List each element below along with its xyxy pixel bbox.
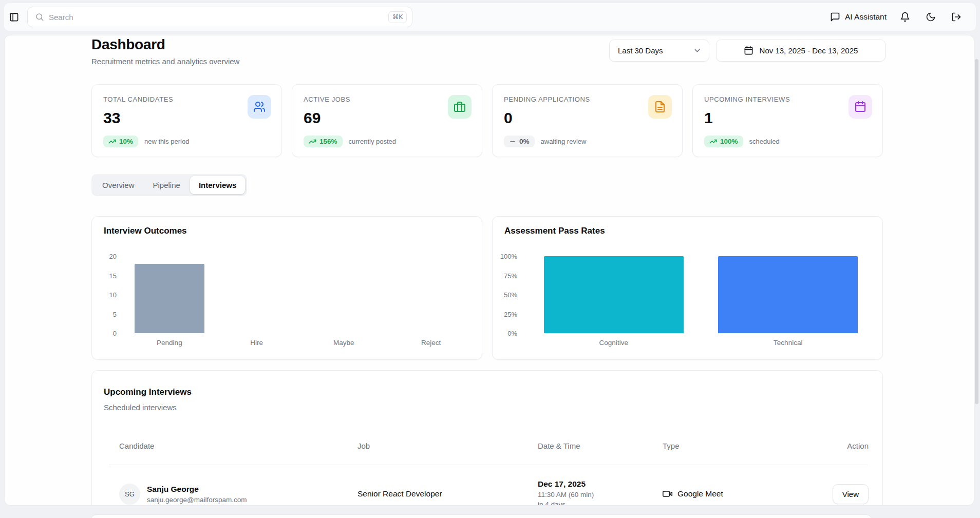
column-header-date-time: Date & Time (538, 442, 663, 450)
datetime-cell: Dec 17, 202511:30 AM (60 min)in 4 days (538, 479, 663, 506)
x-axis-label: Pending (126, 339, 213, 347)
stat-caption: awaiting review (541, 138, 587, 145)
minus-icon (509, 138, 516, 145)
stat-label: PENDING APPLICATIONS (504, 95, 671, 103)
category-band (213, 256, 300, 333)
trend-badge: 10% (103, 136, 138, 147)
tab-pipeline[interactable]: Pipeline (144, 176, 189, 194)
interview-relative-time: in 4 days (538, 501, 663, 506)
job-cell: Senior React Developer (357, 489, 538, 498)
y-axis-tick: 100% (500, 253, 517, 260)
view-button[interactable]: View (833, 484, 869, 504)
sidebar-toggle-icon (9, 12, 19, 22)
chart-title: Assessment Pass Rates (504, 226, 605, 236)
chart-plot: 0%25%50%75%100% (493, 256, 875, 333)
top-bar: ⌘K AI Assistant (4, 3, 976, 31)
table-header-row: CandidateJobDate & TimeTypeAction (92, 442, 882, 450)
y-axis-tick: 20 (109, 253, 117, 260)
logout-button[interactable] (949, 10, 964, 24)
dark-mode-toggle[interactable] (924, 10, 938, 24)
y-axis-tick: 75% (504, 272, 517, 279)
stat-label: ACTIVE JOBS (304, 95, 470, 103)
category-band (300, 256, 388, 333)
stat-label: UPCOMING INTERVIEWS (704, 95, 871, 103)
interview-time: 11:30 AM (60 min) (538, 491, 663, 498)
stat-footer: 156%currently posted (304, 136, 396, 147)
category-band (126, 256, 213, 333)
stat-card: PENDING APPLICATIONS00%awaiting review (492, 84, 683, 157)
video-camera-icon (663, 489, 673, 499)
x-axis-label: Reject (387, 339, 475, 347)
header-controls: Last 30 Days Nov 13, 2025 - Dec 13, 2025 (609, 40, 885, 62)
trending-up-icon (309, 138, 316, 145)
chat-bubble-icon (830, 12, 840, 22)
candidate-email: sanju.george@mailforspam.com (147, 496, 247, 504)
date-range-select[interactable]: Last 30 Days (609, 40, 709, 62)
trend-badge: 156% (304, 136, 343, 147)
ai-assistant-label: AI Assistant (845, 12, 887, 22)
stat-label: TOTAL CANDIDATES (103, 95, 270, 103)
y-axis-tick: 50% (504, 291, 517, 299)
stat-cards-row: TOTAL CANDIDATES3310%new this periodACTI… (91, 84, 883, 157)
sidebar-toggle-button[interactable] (7, 10, 21, 24)
charts-row: Interview Outcomes05101520PendingHireMay… (91, 216, 883, 360)
column-header-candidate: Candidate (119, 442, 357, 450)
x-axis-label: Maybe (300, 339, 388, 347)
plot-area (526, 256, 875, 333)
briefcase-icon (448, 95, 472, 119)
upcoming-interviews-title: Upcoming Interviews (104, 387, 192, 397)
trend-value: 100% (720, 138, 738, 145)
x-axis-label: Technical (701, 339, 876, 347)
trending-up-icon (108, 138, 116, 145)
interview-outcomes-chart-card: Interview Outcomes05101520PendingHireMay… (91, 216, 482, 360)
y-axis-tick: 5 (113, 310, 117, 318)
ai-assistant-button[interactable]: AI Assistant (830, 12, 887, 22)
stat-caption: scheduled (749, 138, 780, 145)
trend-value: 156% (319, 138, 337, 145)
x-axis-labels: CognitiveTechnical (526, 339, 875, 347)
search-shortcut-badge: ⌘K (388, 11, 407, 23)
plot-area (126, 256, 475, 333)
action-cell: View (822, 484, 869, 504)
bar-pending (135, 264, 204, 333)
tab-overview[interactable]: Overview (93, 176, 143, 194)
stat-card: UPCOMING INTERVIEWS1100%scheduled (692, 84, 883, 157)
assessment-pass-rates-chart-card: Assessment Pass Rates0%25%50%75%100%Cogn… (492, 216, 883, 360)
x-axis-labels: PendingHireMaybeReject (126, 339, 475, 347)
stat-value: 33 (103, 109, 270, 127)
bar-technical (718, 256, 858, 333)
y-axis-tick: 0% (507, 330, 517, 337)
stat-caption: new this period (144, 138, 189, 145)
stat-card: ACTIVE JOBS69156%currently posted (292, 84, 482, 157)
trend-badge: 0% (504, 136, 535, 147)
interview-row: SGSanju Georgesanju.george@mailforspam.c… (92, 465, 882, 506)
users-icon (248, 95, 271, 119)
calendar-icon (744, 46, 753, 55)
trend-value: 10% (119, 138, 133, 145)
trend-badge: 100% (704, 136, 743, 147)
topbar-actions: AI Assistant (830, 10, 964, 24)
search-input[interactable] (49, 7, 388, 27)
upcoming-interviews-subtitle: Scheduled interviews (104, 403, 177, 412)
chevron-down-icon (693, 46, 702, 55)
date-range-select-value: Last 30 Days (618, 46, 663, 55)
stat-footer: 10%new this period (103, 136, 189, 147)
upcoming-interviews-card: Upcoming Interviews Scheduled interviews… (91, 370, 883, 506)
vertical-scrollbar[interactable] (975, 59, 978, 404)
type-cell: Google Meet (663, 489, 822, 499)
candidate-name: Sanju George (147, 485, 247, 494)
date-range-picker-button[interactable]: Nov 13, 2025 - Dec 13, 2025 (716, 40, 885, 62)
page-subtitle: Recruitment metrics and analytics overvi… (91, 57, 239, 66)
y-axis-tick: 25% (504, 310, 517, 318)
column-header-type: Type (663, 442, 822, 450)
tab-interviews[interactable]: Interviews (190, 176, 245, 194)
x-axis-label: Cognitive (526, 339, 701, 347)
date-range-value: Nov 13, 2025 - Dec 13, 2025 (760, 46, 858, 55)
y-axis: 05101520 (92, 256, 122, 333)
logout-icon (951, 12, 962, 22)
calendar-icon (849, 95, 872, 119)
page-title: Dashboard (91, 36, 239, 53)
page-header: Dashboard Recruitment metrics and analyt… (91, 36, 239, 66)
notifications-button[interactable] (898, 10, 912, 24)
trend-value: 0% (519, 138, 530, 145)
